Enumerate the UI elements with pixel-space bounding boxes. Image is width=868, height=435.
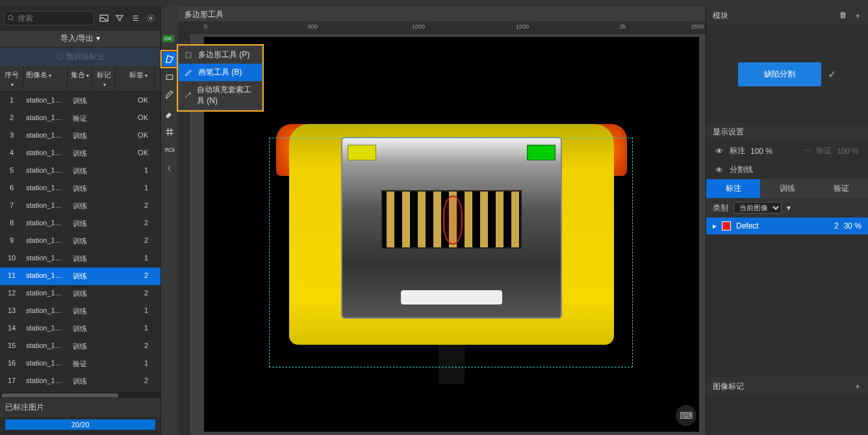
right-panel: 模块 🗑 ＋ 缺陷分割 ✓ 显示设置 👁 标注 100 % 〰 验证 100 %… (706, 6, 868, 435)
check-icon[interactable]: ✓ (828, 68, 836, 81)
tool-strip: OK ROI (161, 6, 178, 435)
svg-line-1 (12, 19, 14, 21)
wave-icon: 〰 (803, 147, 811, 156)
table-header: 序号▾ 图像名▾ 集合▾ 标记▾ 标签▾ (0, 66, 160, 92)
table-row[interactable]: 1station_1_00...训练OK (0, 92, 160, 110)
trash-icon[interactable]: 🗑 (839, 10, 847, 21)
import-export-button[interactable]: 导入/导出 ▾ (0, 30, 160, 47)
defect-class-row[interactable]: ▸ Defect 2 30 % (706, 218, 868, 234)
th-seq[interactable]: 序号▾ (0, 66, 23, 92)
pretrain-button[interactable]: ◎ 预训练标注 (0, 47, 160, 66)
tab-verify[interactable]: 验证 (814, 179, 868, 198)
list-icon[interactable] (129, 12, 141, 24)
defect-pct: 30 % (844, 221, 862, 230)
filter-icon[interactable] (114, 12, 125, 24)
table-row[interactable]: 2station_1_00...验证OK (0, 110, 160, 127)
ok-badge: OK (162, 35, 174, 42)
connector-image (270, 111, 633, 358)
category-label: 类别 (713, 203, 728, 214)
window-titlebar (0, 0, 868, 6)
brush-tool-icon[interactable] (162, 88, 177, 103)
table-row[interactable]: 3station_1_00...训练OK (0, 127, 160, 145)
plus-icon[interactable]: ＋ (854, 381, 862, 392)
table-row[interactable]: 14station_1_00...训练1 (0, 320, 160, 338)
collapse-tool-icon[interactable] (162, 161, 177, 175)
menu-autofill-lasso-tool[interactable]: 自动填充套索工具 (N) (179, 81, 262, 110)
table-row[interactable]: 16station_1_00...验证1 (0, 355, 160, 373)
chevron-right-icon: ▸ (713, 221, 717, 230)
roi-tool-icon[interactable]: ROI (162, 143, 177, 157)
eye-icon[interactable]: 👁 (715, 147, 724, 156)
module-header: 模块 (713, 10, 728, 21)
grid-tool-icon[interactable] (162, 125, 177, 139)
svg-point-6 (149, 17, 152, 19)
table-row[interactable]: 17station_1_00...训练2 (0, 373, 160, 390)
polygon-tool-icon[interactable] (162, 52, 177, 66)
th-tag[interactable]: 标签▾ (116, 66, 155, 92)
display-settings-header: 显示设置 (713, 127, 744, 138)
label-annotation: 标注 (730, 145, 745, 156)
label-verify: 验证 (816, 145, 832, 156)
table-row[interactable]: 10station_1_00...训练1 (0, 250, 160, 267)
category-select[interactable]: 当前图像 (734, 202, 782, 214)
canvas-title: 多边形工具 (178, 6, 706, 22)
ruler-horizontal: 0 500 1000 1500 2k 2500 (178, 22, 706, 34)
th-mark[interactable]: 标记▾ (92, 66, 116, 92)
th-set[interactable]: 集合▾ (68, 66, 92, 92)
table-row[interactable]: 11station_1_00...训练2 (0, 267, 160, 285)
image-mark-header: 图像标记 (713, 381, 744, 392)
table-row[interactable]: 5station_1_00...训练1 (0, 162, 160, 180)
svg-rect-7 (166, 75, 172, 80)
label-annotation-pct: 100 % (750, 147, 772, 156)
table-body[interactable]: 1station_1_00...训练OK2station_1_00...验证OK… (0, 92, 160, 392)
image-grid-icon[interactable] (98, 12, 110, 24)
progress-bar: 20/20 (5, 419, 155, 430)
table-row[interactable]: 4station_1_00...训练OK (0, 145, 160, 162)
defect-annotation[interactable] (443, 195, 463, 245)
table-row[interactable]: 9station_1_00...训练2 (0, 232, 160, 250)
rect-tool-icon[interactable] (162, 70, 177, 84)
search-icon (7, 14, 15, 22)
image-stage[interactable] (204, 37, 699, 432)
defect-color-swatch (722, 221, 731, 230)
table-row[interactable]: 6station_1_00...训练1 (0, 180, 160, 197)
search-input-wrap[interactable] (4, 11, 94, 25)
menu-brush-tool[interactable]: 画笔工具 (B) (179, 64, 262, 81)
defect-segmentation-button[interactable]: 缺陷分割 (738, 62, 821, 86)
defect-name: Defect (736, 221, 759, 230)
table-row[interactable]: 15station_1_00...训练2 (0, 338, 160, 355)
h-scrollbar[interactable] (0, 392, 160, 398)
plus-icon[interactable]: ＋ (854, 10, 862, 21)
svg-point-0 (8, 16, 13, 20)
left-panel: 导入/导出 ▾ ◎ 预训练标注 序号▾ 图像名▾ 集合▾ 标记▾ 标签▾ 1st… (0, 6, 161, 435)
canvas-area: 多边形工具 0 500 1000 1500 2k 2500 (178, 6, 706, 435)
keyboard-icon[interactable]: ⌨ (676, 405, 696, 426)
table-row[interactable]: 7station_1_00...训练2 (0, 197, 160, 215)
label-verify-pct: 100 % (837, 147, 859, 156)
label-segline: 分割线 (730, 164, 753, 175)
footer-labeled-caption: 已标注图片 (0, 398, 160, 417)
defect-count: 2 (834, 221, 839, 230)
th-name[interactable]: 图像名▾ (23, 66, 68, 92)
table-row[interactable]: 8station_1_00...训练2 (0, 215, 160, 232)
tool-context-menu: 多边形工具 (P) 画笔工具 (B) 自动填充套索工具 (N) (178, 45, 262, 110)
eraser-tool-icon[interactable] (162, 106, 177, 121)
menu-polygon-tool[interactable]: 多边形工具 (P) (179, 46, 262, 64)
table-row[interactable]: 12station_1_00...训练2 (0, 285, 160, 303)
wand-icon (184, 91, 192, 100)
tab-annotation[interactable]: 标注 (706, 179, 760, 198)
tab-train[interactable]: 训练 (760, 179, 814, 198)
table-row[interactable]: 13station_1_00...训练1 (0, 303, 160, 320)
eye-icon[interactable]: 👁 (715, 166, 724, 175)
brush-icon (184, 68, 193, 77)
gear-icon[interactable] (145, 12, 157, 24)
chevron-down-icon: ▾ (787, 203, 791, 212)
polygon-icon (184, 51, 193, 60)
target-icon: ◎ (56, 52, 66, 61)
search-input[interactable] (18, 14, 91, 23)
svg-rect-12 (186, 53, 191, 58)
